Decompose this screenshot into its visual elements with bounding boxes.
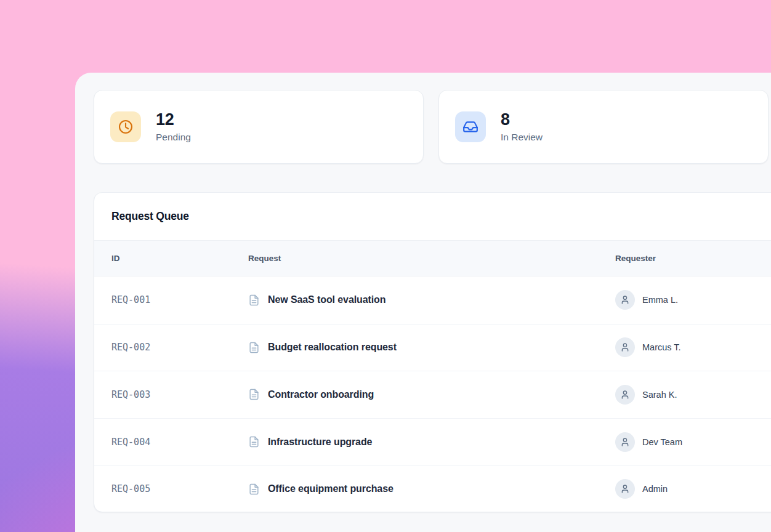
request-title: Infrastructure upgrade [268,437,372,448]
pending-label: Pending [156,132,191,143]
requester-name: Emma L. [642,295,678,305]
column-header-id: ID [111,254,248,263]
request-id: REQ-002 [111,342,248,353]
table-row[interactable]: REQ-004 Infrastructure upgrade Dev Team [94,418,771,465]
pending-count: 12 [156,111,191,129]
clock-icon [110,111,141,142]
requester-name: Marcus T. [642,342,681,352]
user-icon [615,479,635,499]
request-title: Budget reallocation request [268,342,397,353]
table-title: Request Queue [94,193,771,241]
requester-name: Dev Team [642,437,682,447]
table-row[interactable]: REQ-001 New SaaS tool evaluation Emma L. [94,276,771,324]
request-id: REQ-005 [111,483,248,494]
request-id: REQ-001 [111,294,248,305]
stat-card-in-review: 8 In Review [438,90,769,164]
table-row[interactable]: REQ-005 Office equipment purchase Admin [94,465,771,512]
file-text-icon [248,294,260,306]
stat-text: 8 In Review [501,111,543,143]
request-title: Contractor onboarding [268,389,374,400]
requester-name: Admin [642,484,668,494]
user-icon [615,432,635,452]
table-row[interactable]: REQ-002 Budget reallocation request Marc… [94,324,771,371]
request-title: New SaaS tool evaluation [268,294,386,305]
in-review-count: 8 [501,111,543,129]
table-header: ID Request Requester [94,241,771,276]
table-body: REQ-001 New SaaS tool evaluation Emma L. [94,276,771,512]
user-icon [615,290,635,310]
request-queue-card: Request Queue ID Request Requester REQ-0… [94,192,771,512]
dashboard-panel: 12 Pending 8 In Review Request Queue ID … [75,73,771,532]
stat-card-pending: 12 Pending [94,90,424,164]
file-text-icon [248,342,260,353]
request-id: REQ-004 [111,437,248,448]
file-text-icon [248,389,260,400]
requester-name: Sarah K. [642,390,677,400]
user-icon [615,337,635,357]
stat-text: 12 Pending [156,111,191,143]
user-icon [615,385,635,405]
in-review-label: In Review [501,132,543,143]
request-id: REQ-003 [111,389,248,400]
stats-row: 12 Pending 8 In Review [94,90,771,164]
inbox-icon [455,111,486,142]
table-row[interactable]: REQ-003 Contractor onboarding Sarah K. [94,371,771,418]
request-title: Office equipment purchase [268,483,394,494]
file-text-icon [248,483,260,495]
column-header-requester: Requester [615,254,771,263]
file-text-icon [248,436,260,448]
column-header-request: Request [248,254,615,263]
